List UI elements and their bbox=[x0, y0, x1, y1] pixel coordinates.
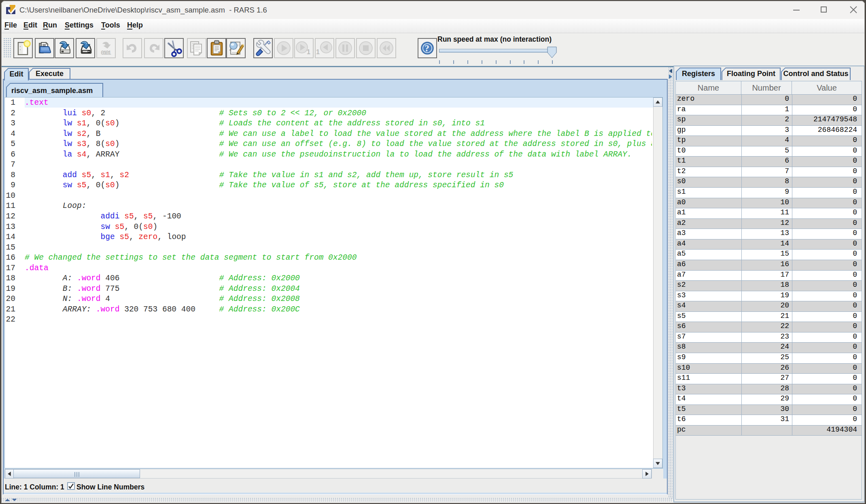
svg-text:1: 1 bbox=[316, 49, 320, 55]
svg-text:1: 1 bbox=[307, 49, 310, 55]
svg-text:?: ? bbox=[425, 43, 429, 53]
svg-text:0101: 0101 bbox=[101, 50, 111, 56]
